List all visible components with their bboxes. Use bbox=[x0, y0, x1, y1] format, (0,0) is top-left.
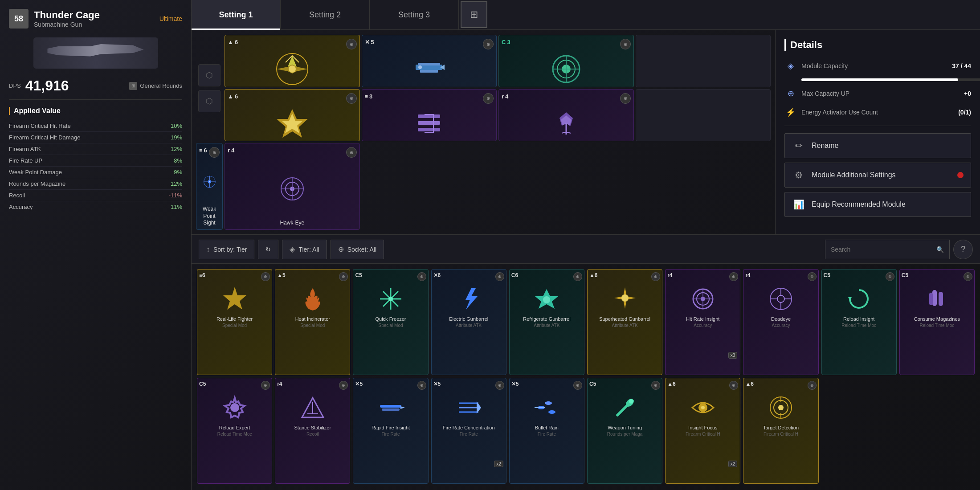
max-capacity-icon: ⊕ bbox=[784, 87, 797, 100]
dps-section: DPS 41,916 ⊞ General Rounds bbox=[9, 78, 182, 100]
sort-icon: ↕ bbox=[206, 245, 210, 253]
module-tier: ▲5 bbox=[277, 272, 286, 281]
module-additional-settings-button[interactable]: ⚙ Module Additional Settings bbox=[784, 163, 971, 188]
equipped-module-5[interactable]: r4 ⊕ Vibration Absorption bbox=[498, 89, 634, 142]
module-category: Special Mod bbox=[300, 323, 325, 328]
tab-add-button[interactable]: ⊞ bbox=[461, 1, 487, 28]
list-item[interactable]: r4 ⊕ x3 Hit Rate Insight Accuracy bbox=[665, 269, 740, 375]
list-item[interactable]: C5 ⊕ Reload Insight Reload Time Moc bbox=[821, 269, 897, 375]
module-socket: ⊕ bbox=[651, 272, 660, 281]
module-icon bbox=[532, 285, 561, 313]
list-item[interactable]: C5 ⊕ Reload Expert Reload Time Moc bbox=[197, 378, 272, 484]
list-item[interactable]: r4 ⊕ Stance Stabilizer Recoil bbox=[275, 378, 350, 484]
equipped-module-6[interactable]: ≡6 ⊕ Weak Point Sight bbox=[196, 143, 223, 230]
tier-filter-button[interactable]: ◈ Tier: All bbox=[282, 240, 327, 259]
list-item[interactable]: ▲6 ⊕ Superheated Gunbarrel Attribute ATK bbox=[587, 269, 662, 375]
module-tier: C5 bbox=[824, 272, 830, 281]
tab-setting-1[interactable]: Setting 1 bbox=[192, 0, 281, 30]
module-category: Accuracy bbox=[772, 323, 790, 328]
module-icon bbox=[611, 393, 639, 422]
list-item[interactable]: ▲6 ⊕ x2 Insight Focus Firearm Critical H bbox=[665, 378, 740, 484]
equipped-module-1[interactable]: ✕5 ⊕ Fire Rate UP Fire Rate bbox=[362, 35, 497, 87]
search-input[interactable] bbox=[831, 246, 933, 253]
side-slot-1[interactable]: ⬡ bbox=[198, 64, 220, 86]
equipped-module-2[interactable]: C3 ⊕ Expand Weapon Charge bbox=[498, 35, 634, 87]
capacity-value: 37 / 44 bbox=[952, 62, 971, 69]
equipped-module-7-name: Hawk-Eye bbox=[280, 220, 304, 227]
equipped-module-4[interactable]: ≡3 ⊕ Rifling Reinforcement bbox=[362, 89, 497, 142]
stack-badge: x2 bbox=[494, 461, 503, 467]
module-name: Heat Incinerator bbox=[295, 316, 330, 322]
refresh-button[interactable]: ↻ bbox=[258, 240, 278, 259]
module-icon bbox=[376, 393, 405, 422]
list-item[interactable]: C5 ⊕ Consume Magazines Reload Time Moc bbox=[899, 269, 975, 375]
rename-button[interactable]: ✏ Rename bbox=[784, 133, 971, 158]
list-item[interactable]: r4 ⊕ Deadeye Accuracy bbox=[743, 269, 818, 375]
module-socket: ⊕ bbox=[495, 381, 504, 390]
help-button[interactable]: ? bbox=[953, 240, 973, 259]
tab-setting-2[interactable]: Setting 2 bbox=[281, 0, 370, 30]
module-top: C6 ⊕ bbox=[511, 272, 582, 281]
module-tier: ▲6 bbox=[589, 272, 598, 281]
sort-button[interactable]: ↕ Sort by: Tier bbox=[199, 240, 254, 259]
module-top: ✕5 ⊕ bbox=[355, 381, 426, 390]
empty-slot-2[interactable] bbox=[636, 89, 771, 142]
left-panel: 58 Thunder Cage Submachine Gun Ultimate … bbox=[0, 0, 192, 490]
module-name: Real-Life Fighter bbox=[216, 316, 253, 322]
filter-bar: ↕ Sort by: Tier ↻ ◈ Tier: All ⊕ Socket: … bbox=[192, 235, 980, 264]
capacity-icon: ◈ bbox=[784, 60, 797, 72]
equipped-module-6-name: Weak Point Sight bbox=[199, 206, 220, 227]
equipped-module-0[interactable]: ▲6 ⊕ Better Concentration bbox=[225, 35, 360, 87]
empty-slot-1[interactable] bbox=[636, 35, 771, 87]
warning-dot bbox=[957, 172, 964, 178]
module-socket: ⊕ bbox=[495, 272, 504, 281]
module-tier: ✕5 bbox=[511, 381, 519, 390]
module-socket: ⊕ bbox=[808, 381, 817, 390]
module-icon bbox=[689, 285, 717, 313]
list-item[interactable]: ≡6 ⊕ Real-Life Fighter Special Mod bbox=[197, 269, 272, 375]
list-item[interactable]: ▲6 ⊕ Target Detection Firearm Critical H bbox=[743, 378, 818, 484]
svg-marker-36 bbox=[466, 288, 478, 310]
list-item[interactable]: C5 ⊕ Quick Freezer Special Mod bbox=[353, 269, 428, 375]
module-name: Deadeye bbox=[771, 316, 791, 322]
weapon-level: 58 bbox=[9, 9, 29, 29]
equipped-module-3[interactable]: ▲6 ⊕ Better Insight bbox=[225, 89, 360, 142]
list-item[interactable]: ✕5 ⊕ x2 Fire Rate Concentration Fire Rat… bbox=[431, 378, 506, 484]
list-item[interactable]: C6 ⊕ Refrigerate Gunbarrel Attribute ATK bbox=[509, 269, 584, 375]
tier-label: Tier: All bbox=[298, 246, 319, 253]
module-tier: C5 bbox=[589, 381, 596, 390]
module-tier: C5 bbox=[355, 272, 362, 281]
side-slot-2[interactable]: ⬡ bbox=[198, 90, 220, 112]
module-icon bbox=[845, 285, 873, 313]
socket-label: Socket: All bbox=[347, 246, 376, 253]
stat-value: 19% bbox=[171, 134, 182, 141]
socket-filter-button[interactable]: ⊕ Socket: All bbox=[331, 240, 384, 259]
details-title: Details bbox=[784, 39, 971, 51]
list-item[interactable]: C5 ⊕ Weapon Tuning Rounds per Maga bbox=[587, 378, 662, 484]
module-icon bbox=[376, 285, 405, 313]
module-top: C5 ⊕ bbox=[355, 272, 426, 281]
equip-recommended-button[interactable]: 📊 Equip Recommended Module bbox=[784, 192, 971, 217]
search-box[interactable]: 🔍 bbox=[825, 240, 950, 259]
module-name: Fire Rate Concentration bbox=[443, 425, 495, 431]
ammo-type: ⊞ General Rounds bbox=[129, 82, 182, 90]
module-category: Rounds per Maga bbox=[607, 432, 643, 437]
module-icon bbox=[454, 393, 483, 422]
tab-setting-3[interactable]: Setting 3 bbox=[370, 0, 459, 30]
module-name: Reload Expert bbox=[219, 425, 250, 431]
list-item[interactable]: ▲5 ⊕ Heat Incinerator Special Mod bbox=[275, 269, 350, 375]
svg-point-68 bbox=[545, 401, 552, 405]
equipped-module-7[interactable]: r4 ⊕ Hawk-Eye bbox=[225, 143, 360, 230]
module-category: Special Mod bbox=[222, 323, 247, 328]
svg-rect-16 bbox=[418, 128, 440, 131]
svg-point-76 bbox=[778, 405, 784, 410]
list-item[interactable]: ✕5 ⊕ Rapid Fire Insight Fire Rate bbox=[353, 378, 428, 484]
weapon-tier: Ultimate bbox=[159, 15, 182, 22]
svg-rect-55 bbox=[929, 293, 933, 305]
list-item[interactable]: ✕6 ⊕ Electric Gunbarrel Attribute ATK bbox=[431, 269, 506, 375]
module-tier: ✕5 bbox=[433, 381, 441, 390]
ammo-label: General Rounds bbox=[140, 82, 182, 89]
list-item[interactable]: ✕5 ⊕ Bullet Rain Fire Rate bbox=[509, 378, 584, 484]
module-socket: ⊕ bbox=[964, 272, 972, 281]
svg-rect-54 bbox=[939, 292, 943, 306]
